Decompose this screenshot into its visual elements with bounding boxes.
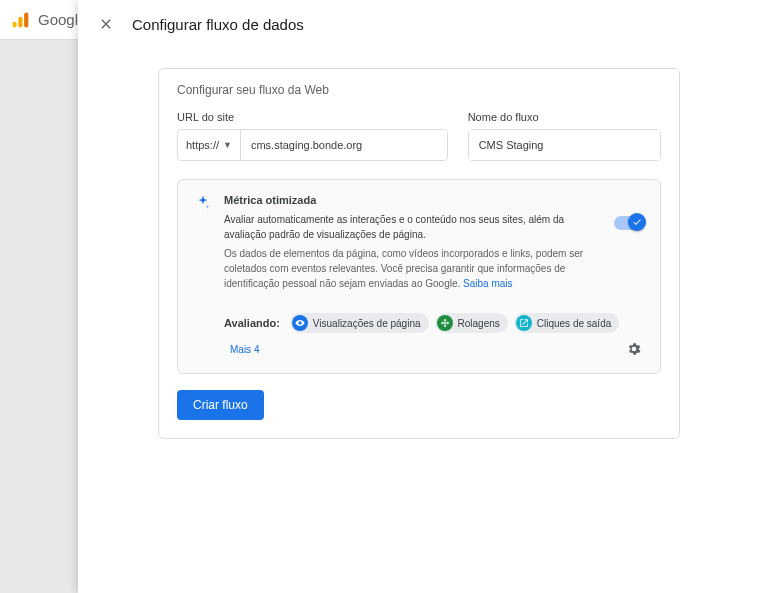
outbound-icon — [516, 315, 532, 331]
url-field-label: URL do site — [177, 111, 448, 123]
sparkle-icon — [194, 194, 214, 291]
protocol-value: https:// — [186, 139, 219, 151]
name-field-label: Nome do fluxo — [468, 111, 661, 123]
chip-outbound-clicks: Cliques de saída — [514, 313, 620, 333]
chip-label: Rolagens — [458, 318, 500, 329]
name-field: Nome do fluxo — [468, 111, 661, 161]
close-icon — [98, 16, 114, 32]
panel-header: Configurar fluxo de dados — [78, 0, 760, 48]
card-header-section: Configurar seu fluxo da Web — [159, 69, 679, 111]
learn-more-link[interactable]: Saiba mais — [463, 278, 512, 289]
create-flow-button[interactable]: Criar fluxo — [177, 390, 264, 420]
eye-icon — [292, 315, 308, 331]
chip-scrolls: Rolagens — [435, 313, 508, 333]
slide-over-panel: Configurar fluxo de dados Configurar seu… — [78, 0, 760, 593]
check-icon — [632, 217, 642, 227]
chip-page-views: Visualizações de página — [290, 313, 429, 333]
panel-title: Configurar fluxo de dados — [132, 16, 304, 33]
protocol-select[interactable]: https:// ▼ — [178, 130, 241, 160]
settings-button[interactable] — [624, 339, 644, 359]
svg-rect-0 — [13, 21, 17, 27]
scroll-icon — [437, 315, 453, 331]
metric-toggle[interactable] — [614, 216, 644, 230]
analytics-icon — [10, 10, 30, 30]
svg-rect-2 — [24, 12, 28, 27]
metric-desc: Avaliar automaticamente as interações e … — [224, 212, 604, 242]
metric-note-text: Os dados de elementos da página, como ví… — [224, 248, 583, 289]
chip-label: Visualizações de página — [313, 318, 421, 329]
evaluating-row: Avaliando: Visualizações de página Rolag… — [178, 303, 660, 373]
metric-text: Métrica otimizada Avaliar automaticament… — [224, 194, 644, 291]
section-title: Configurar seu fluxo da Web — [177, 83, 329, 97]
gear-icon — [626, 341, 642, 357]
metric-box: Métrica otimizada Avaliar automaticament… — [177, 179, 661, 374]
more-chips-link[interactable]: Mais 4 — [230, 344, 259, 355]
config-card: Configurar seu fluxo da Web URL do site … — [158, 68, 680, 439]
chip-label: Cliques de saída — [537, 318, 612, 329]
panel-content: Configurar seu fluxo da Web URL do site … — [78, 48, 760, 459]
name-input[interactable] — [469, 130, 660, 160]
ga-logo: Googl — [10, 10, 78, 30]
chevron-down-icon: ▼ — [223, 140, 232, 150]
evaluating-label: Avaliando: — [224, 317, 280, 329]
metric-heading: Métrica otimizada — [224, 194, 604, 206]
brand-text: Googl — [38, 11, 78, 28]
url-field: URL do site https:// ▼ — [177, 111, 448, 161]
metric-top: Métrica otimizada Avaliar automaticament… — [178, 180, 660, 303]
url-input-group: https:// ▼ — [177, 129, 448, 161]
url-input[interactable] — [241, 130, 447, 160]
fields-row: URL do site https:// ▼ Nome do fluxo — [159, 111, 679, 179]
metric-note: Os dados de elementos da página, como ví… — [224, 246, 604, 291]
close-button[interactable] — [94, 12, 118, 36]
toggle-knob — [628, 213, 646, 231]
svg-rect-1 — [18, 16, 22, 27]
